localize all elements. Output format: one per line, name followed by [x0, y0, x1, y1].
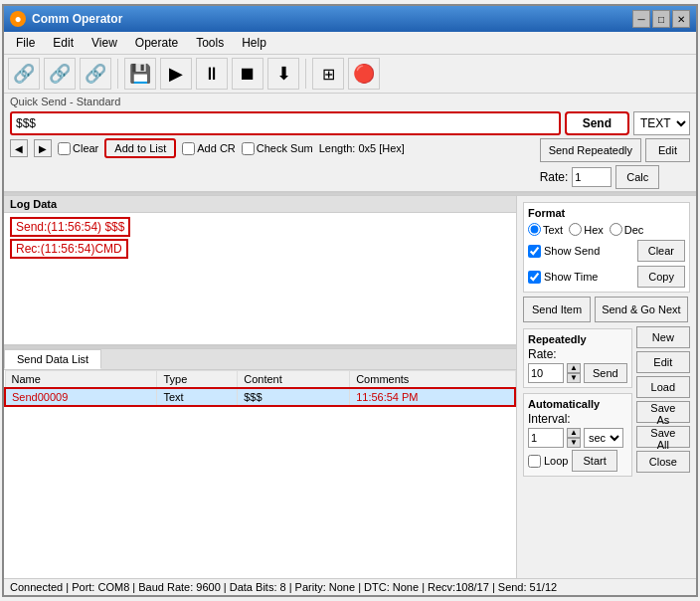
toolbar-play-btn[interactable]: ▶ — [160, 58, 192, 90]
maximize-button[interactable]: □ — [652, 10, 670, 28]
title-bar: ● Comm Operator ─ □ ✕ — [4, 6, 696, 32]
toolbar-settings-btn[interactable]: 🔗 — [80, 58, 111, 90]
right-panel: Format Text Hex Dec — [517, 196, 696, 578]
toolbar-download-btn[interactable]: ⬇ — [267, 58, 299, 90]
interval-unit-select[interactable]: sec ms — [584, 428, 623, 448]
add-cr-checkbox-label[interactable]: Add CR — [182, 142, 236, 155]
repeatedly-rate-input[interactable] — [528, 363, 564, 383]
automatically-title: Automatically — [528, 398, 627, 410]
show-send-checkbox[interactable] — [528, 245, 541, 258]
send-data-section: Send Data List Name Type Content Comment… — [4, 349, 516, 578]
interval-spin-down-btn[interactable]: ▼ — [567, 438, 581, 448]
format-dec-label[interactable]: Dec — [610, 223, 644, 236]
log-section: Log Data Send:(11:56:54) $$$ Rec:(11:56:… — [4, 196, 516, 345]
interval-spin-up-btn[interactable]: ▲ — [567, 428, 581, 438]
toolbar-stop-btn[interactable]: ⏹ — [232, 58, 263, 90]
nav-prev-btn[interactable]: ◀ — [10, 139, 28, 157]
app-icon: ● — [10, 11, 26, 27]
interval-input[interactable] — [528, 428, 564, 448]
interval-label: Interval: — [528, 412, 571, 426]
toolbar-connect-btn[interactable]: 🔗 — [8, 58, 40, 90]
toolbar: 🔗 🔗 🔗 💾 ▶ ⏸ ⏹ ⬇ ⊞ 🔴 — [4, 55, 696, 94]
close-button[interactable]: ✕ — [672, 10, 690, 28]
format-hex-label[interactable]: Hex — [569, 223, 604, 236]
col-header-type: Type — [157, 371, 238, 389]
rate-input[interactable] — [572, 167, 612, 187]
log-line-2: Rec:(11:56:54)CMD — [10, 239, 128, 259]
window-title: Comm Operator — [32, 12, 122, 26]
new-button[interactable]: New — [636, 326, 690, 348]
loop-label[interactable]: Loop — [528, 455, 568, 468]
menu-bar: File Edit View Operate Tools Help — [4, 32, 696, 55]
edit-button[interactable]: Edit — [645, 138, 690, 162]
interval-row: Interval: — [528, 412, 627, 426]
repeatedly-title: Repeatedly — [528, 333, 627, 345]
format-dec-radio[interactable] — [610, 223, 622, 236]
send-item-button[interactable]: Send Item — [523, 297, 591, 322]
menu-edit[interactable]: Edit — [45, 34, 82, 52]
menu-operate[interactable]: Operate — [127, 34, 186, 52]
quick-send-controls: ◀ ▶ Clear Add to List Add CR Check Sum — [10, 138, 532, 158]
check-sum-checkbox[interactable] — [242, 142, 255, 155]
clear-log-button[interactable]: Clear — [637, 240, 685, 262]
cell-comments-0: 11:56:54 PM — [350, 388, 515, 406]
format-hex-radio[interactable] — [569, 223, 582, 236]
menu-help[interactable]: Help — [234, 34, 274, 52]
show-time-label[interactable]: Show Time — [528, 271, 598, 284]
col-header-content: Content — [238, 371, 350, 389]
close-button[interactable]: Close — [636, 451, 690, 473]
cell-content-0: $$$ — [238, 388, 350, 406]
start-button[interactable]: Start — [572, 450, 616, 472]
load-button[interactable]: Load — [636, 376, 690, 398]
spin-down-btn[interactable]: ▼ — [567, 373, 581, 383]
right-side-content: Repeatedly Rate: ▲ ▼ Send — [523, 326, 690, 572]
tab-send-data-list[interactable]: Send Data List — [4, 349, 101, 369]
toolbar-pause-btn[interactable]: ⏸ — [196, 58, 228, 90]
text-type-dropdown[interactable]: TEXT HEX — [633, 111, 690, 135]
log-line-1: Send:(11:56:54) $$$ — [10, 217, 130, 237]
send-repeatedly-button[interactable]: Send Repeatedly — [540, 138, 641, 162]
toolbar-sep2 — [305, 59, 306, 89]
log-content: Send:(11:56:54) $$$ Rec:(11:56:54)CMD — [4, 213, 516, 344]
quick-send-input[interactable] — [10, 111, 561, 135]
save-all-button[interactable]: Save All — [636, 426, 690, 448]
col-header-name: Name — [5, 371, 157, 389]
format-text-radio[interactable] — [528, 223, 541, 236]
calc-button[interactable]: Calc — [615, 165, 659, 189]
toolbar-save-btn[interactable]: 💾 — [124, 58, 156, 90]
rate-label: Rate: — [540, 170, 569, 184]
format-text-label[interactable]: Text — [528, 223, 563, 236]
spin-up-btn[interactable]: ▲ — [567, 363, 581, 373]
minimize-button[interactable]: ─ — [632, 10, 650, 28]
save-as-button[interactable]: Save As — [636, 401, 690, 423]
status-bar: Connected | Port: COM8 | Baud Rate: 9600… — [4, 578, 696, 595]
repeatedly-send-button[interactable]: Send — [584, 363, 627, 383]
toolbar-disconnect-btn[interactable]: 🔗 — [44, 58, 76, 90]
check-sum-checkbox-label[interactable]: Check Sum — [242, 142, 313, 155]
toolbar-stop2-btn[interactable]: 🔴 — [348, 58, 380, 90]
main-content: Log Data Send:(11:56:54) $$$ Rec:(11:56:… — [4, 196, 696, 578]
loop-checkbox[interactable] — [528, 455, 541, 468]
title-buttons: ─ □ ✕ — [632, 10, 690, 28]
quick-send-area: Send TEXT HEX ◀ ▶ Clear Add to List — [4, 109, 696, 192]
menu-view[interactable]: View — [84, 34, 125, 52]
table-header: Name Type Content Comments — [5, 371, 515, 389]
nav-next-btn[interactable]: ▶ — [34, 139, 52, 157]
copy-log-button[interactable]: Copy — [637, 266, 685, 288]
add-cr-checkbox[interactable] — [182, 142, 195, 155]
clear-checkbox[interactable] — [58, 142, 71, 155]
show-time-checkbox[interactable] — [528, 271, 541, 284]
show-send-label[interactable]: Show Send — [528, 245, 600, 258]
table-row[interactable]: Send00009 Text $$$ 11:56:54 PM — [5, 388, 515, 406]
edit-send-button[interactable]: Edit — [636, 351, 690, 373]
add-to-list-button[interactable]: Add to List — [104, 138, 176, 158]
clear-checkbox-label[interactable]: Clear — [58, 142, 98, 155]
send-button[interactable]: Send — [565, 111, 629, 135]
quick-send-top-row: Send TEXT HEX — [10, 111, 690, 135]
menu-tools[interactable]: Tools — [188, 34, 232, 52]
send-go-next-button[interactable]: Send & Go Next — [595, 297, 688, 322]
loop-row: Loop Start — [528, 450, 627, 472]
toolbar-calc-btn[interactable]: ⊞ — [312, 58, 344, 90]
menu-file[interactable]: File — [8, 34, 43, 52]
send-item-row: Send Item Send & Go Next — [523, 297, 690, 322]
